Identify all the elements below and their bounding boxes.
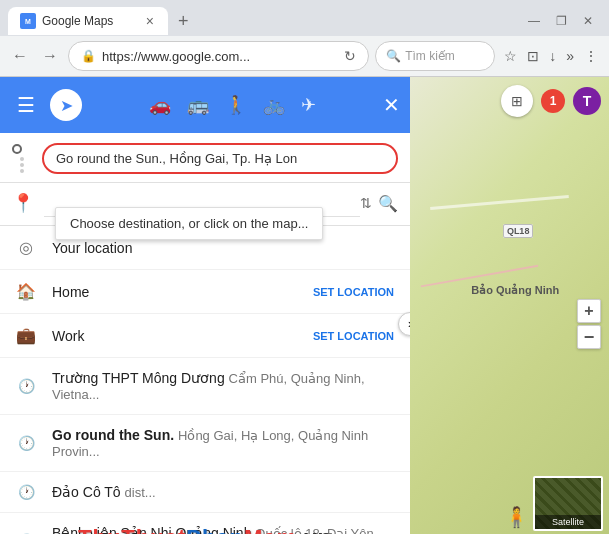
work-icon: 💼: [16, 326, 36, 345]
hamburger-menu-button[interactable]: ☰: [10, 89, 42, 121]
left-panel: ☰ ➤ 🚗 🚌 🚶 🚲 ✈ ✕: [0, 77, 410, 534]
menu-icon[interactable]: ⋮: [581, 48, 601, 64]
search-button[interactable]: 🔍: [378, 194, 398, 213]
address-bar: ← → 🔒 https://www.google.com... ↻ 🔍 Tìm …: [0, 36, 609, 76]
recent-icon-1: 🕐: [16, 378, 36, 394]
star-icon[interactable]: ☆: [501, 48, 520, 64]
transport-icons: 🚗 🚌 🚶 🚲 ✈: [90, 90, 375, 120]
pegman-icon[interactable]: 🧍: [504, 505, 529, 529]
watermark-thu: ThuThuat: [78, 525, 186, 534]
go-round-title: Go round the Sun. Hồng Gai, Hạ Long, Quả…: [52, 427, 394, 459]
chevron-right-icon: ›: [408, 317, 410, 331]
notification-count: 1: [550, 94, 557, 108]
location-circle-icon: ◎: [16, 238, 36, 257]
back-button[interactable]: ←: [8, 47, 32, 65]
suggestion-go-round[interactable]: 🕐 Go round the Sun. Hồng Gai, Hạ Long, Q…: [0, 415, 410, 472]
close-window-button[interactable]: ✕: [579, 14, 597, 28]
directions-button[interactable]: ➤: [50, 89, 82, 121]
tooltip-text: Choose destination, or click on the map.…: [70, 216, 308, 231]
work-content: Work: [52, 328, 297, 344]
your-location-title: Your location: [52, 240, 394, 256]
watermark: ThuThuatPhanMem.vn: [0, 525, 410, 534]
account-icon[interactable]: ⊡: [524, 48, 542, 64]
restore-button[interactable]: ❐: [552, 14, 571, 28]
dot-2: [20, 163, 24, 167]
flight-icon[interactable]: ✈: [295, 90, 322, 120]
home-icon: 🏠: [16, 282, 36, 301]
watermark-phan: Phan: [186, 525, 244, 534]
tab-close-button[interactable]: ×: [144, 13, 156, 29]
grid-view-button[interactable]: ⊞: [501, 85, 533, 117]
window-controls: — ❐ ✕: [524, 14, 601, 28]
overflow-icon[interactable]: »: [563, 48, 577, 64]
bao-quang-ninh-label: Bảo Quảng Ninh: [471, 284, 559, 297]
watermark-text: ThuThuatPhanMem.vn: [78, 525, 332, 534]
user-avatar[interactable]: T: [573, 87, 601, 115]
suggestions-list: ◎ Your location 🏠 Home SET LOCATION 💼 Wo…: [0, 226, 410, 534]
suggestion-work[interactable]: 💼 Work SET LOCATION: [0, 314, 410, 358]
notification-badge[interactable]: 1: [541, 89, 565, 113]
road-line-1: [430, 194, 569, 209]
your-location-content: Your location: [52, 240, 394, 256]
tab-favicon: M: [20, 13, 36, 29]
satellite-label: Satellite: [535, 515, 601, 529]
home-set-location-button[interactable]: SET LOCATION: [313, 286, 394, 298]
close-directions-button[interactable]: ✕: [383, 93, 400, 117]
avatar-letter: T: [583, 93, 592, 109]
move-icon[interactable]: ⇅: [360, 195, 372, 211]
origin-search-area: [0, 133, 410, 183]
truong-thpt-content: Trường THPT Mông Dương Cẩm Phú, Quảng Ni…: [52, 370, 394, 402]
zoom-in-button[interactable]: +: [577, 299, 601, 323]
browser-search-box[interactable]: 🔍 Tìm kiếm: [375, 41, 495, 71]
directions-icon: ➤: [60, 96, 73, 115]
suggestion-home[interactable]: 🏠 Home SET LOCATION: [0, 270, 410, 314]
origin-input[interactable]: [42, 143, 398, 174]
satellite-thumbnail[interactable]: Satellite: [533, 476, 603, 531]
minus-icon: −: [584, 328, 595, 346]
home-title: Home: [52, 284, 297, 300]
active-tab[interactable]: M Google Maps ×: [8, 7, 168, 35]
suggestion-dao-co-to[interactable]: 🕐 Đảo Cô Tô dist...: [0, 472, 410, 513]
map-area[interactable]: QL18 Bảo Quảng Ninh ⊞ 1 T + −: [410, 77, 609, 534]
truong-thpt-name: Trường THPT Mông Dương: [52, 370, 225, 386]
go-round-bold: Go round the Sun.: [52, 427, 174, 443]
browser-chrome: M Google Maps × + — ❐ ✕ ← → 🔒 https://ww…: [0, 0, 609, 77]
forward-button[interactable]: →: [38, 47, 62, 65]
dao-co-to-title: Đảo Cô Tô dist...: [52, 484, 394, 500]
truong-thpt-title: Trường THPT Mông Dương Cẩm Phú, Quảng Ni…: [52, 370, 394, 402]
bike-icon[interactable]: 🚲: [257, 90, 291, 120]
hamburger-icon: ☰: [17, 93, 35, 117]
car-icon[interactable]: 🚗: [143, 90, 177, 120]
svg-text:M: M: [25, 18, 31, 25]
search-placeholder: Tìm kiếm: [405, 49, 455, 63]
url-bar[interactable]: 🔒 https://www.google.com... ↻: [68, 41, 369, 71]
work-set-location-button[interactable]: SET LOCATION: [313, 330, 394, 342]
download-icon[interactable]: ↓: [546, 48, 559, 64]
tab-title: Google Maps: [42, 14, 138, 28]
tab-bar: M Google Maps × + — ❐ ✕: [0, 0, 609, 36]
recent-icon-2: 🕐: [16, 435, 36, 451]
home-content: Home: [52, 284, 297, 300]
dot-1: [20, 157, 24, 161]
dao-co-to-name: Đảo Cô Tô: [52, 484, 121, 500]
watermark-mem: Mem: [244, 525, 297, 534]
work-title: Work: [52, 328, 297, 344]
destination-tooltip: Choose destination, or click on the map.…: [55, 207, 323, 240]
grid-icon: ⊞: [511, 93, 523, 109]
dot-3: [20, 169, 24, 173]
go-round-content: Go round the Sun. Hồng Gai, Hạ Long, Quả…: [52, 427, 394, 459]
zoom-out-button[interactable]: −: [577, 325, 601, 349]
new-tab-button[interactable]: +: [172, 11, 195, 32]
refresh-button[interactable]: ↻: [344, 48, 356, 64]
walk-icon[interactable]: 🚶: [219, 90, 253, 120]
transit-icon[interactable]: 🚌: [181, 90, 215, 120]
minimize-button[interactable]: —: [524, 14, 544, 28]
ql18-label: QL18: [503, 225, 534, 236]
dao-co-to-dist: dist...: [125, 485, 156, 500]
maps-container: ☰ ➤ 🚗 🚌 🚶 🚲 ✈ ✕: [0, 77, 609, 534]
suggestion-truong-thpt[interactable]: 🕐 Trường THPT Mông Dương Cẩm Phú, Quảng …: [0, 358, 410, 415]
url-text: https://www.google.com...: [102, 49, 338, 64]
search-icon: 🔍: [386, 49, 401, 63]
maps-toolbar: ☰ ➤ 🚗 🚌 🚶 🚲 ✈ ✕: [0, 77, 410, 133]
secure-icon: 🔒: [81, 49, 96, 63]
